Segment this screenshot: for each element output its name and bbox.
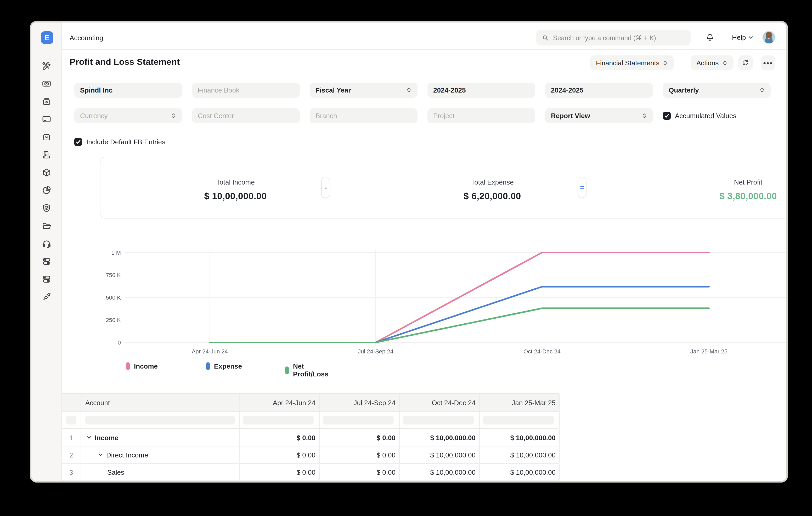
package-icon[interactable] (41, 167, 52, 178)
caret-updown-icon (406, 87, 412, 93)
account-header[interactable]: Account (81, 394, 240, 412)
currency-placeholder: Currency (80, 112, 108, 120)
q3-header[interactable]: Oct 24-Dec 24 (400, 394, 480, 412)
x-axis-tick: Jul 24-Sep 24 (358, 348, 394, 355)
q1-filter-input[interactable] (243, 416, 314, 425)
toggles-icon[interactable] (41, 256, 52, 267)
cell-value: $ 0.00 (320, 447, 400, 463)
actions-dropdown[interactable]: Actions (691, 55, 733, 70)
start-year-filter[interactable]: 2024-2025 (428, 83, 535, 98)
user-avatar[interactable] (762, 31, 775, 44)
start-year-value: 2024-2025 (433, 86, 466, 94)
periodicity-value: Quarterly (669, 86, 699, 94)
legend-expense: Expense (206, 362, 242, 370)
branch-placeholder: Branch (316, 112, 337, 120)
y-axis-tick: 750 K (100, 272, 121, 278)
shield-check-icon[interactable] (41, 203, 52, 213)
caret-updown-icon (759, 87, 765, 93)
main-content: Accounting Search or type a command (⌘ +… (62, 23, 786, 481)
cell-value: $ 10,00,000.00 (480, 464, 560, 481)
period-basis-select[interactable]: Fiscal Year (310, 83, 417, 98)
y-axis-tick: 500 K (100, 294, 121, 301)
q4-header[interactable]: Jan 25-Mar 25 (480, 394, 560, 412)
q2-filter-input[interactable] (323, 416, 394, 425)
checkbox-checked-icon (74, 138, 82, 146)
currency-select[interactable]: Currency (74, 108, 182, 123)
end-year-value: 2024-2025 (551, 86, 583, 94)
cell-value: $ 10,00,000.00 (400, 447, 480, 463)
building-icon[interactable] (41, 150, 52, 160)
notifications-bell-icon[interactable] (705, 33, 715, 42)
periodicity-select[interactable]: Quarterly (663, 83, 771, 98)
summary-net-profit-value: $ 3,80,000.00 (670, 191, 788, 202)
toggles-icon[interactable] (41, 274, 52, 284)
q3-filter-input[interactable] (403, 416, 474, 425)
report-table: Account Apr 24-Jun 24 Jul 24-Sep 24 Oct … (62, 393, 559, 481)
chevron-down-icon (748, 35, 753, 40)
report-view-select[interactable]: Report View (545, 108, 653, 123)
y-axis-tick: 1 M (100, 249, 121, 256)
expense-legend-marker (206, 362, 210, 370)
help-menu[interactable]: Help (732, 33, 753, 41)
collapse-chevron-icon[interactable] (86, 435, 92, 440)
actions-label: Actions (696, 59, 719, 67)
breadcrumb-module[interactable]: Accounting (69, 34, 103, 42)
company-value: Spindl Inc (80, 86, 113, 94)
account-name[interactable]: Direct Income (106, 451, 148, 459)
account-filter-input[interactable] (85, 416, 235, 425)
ellipsis-icon: ••• (763, 58, 773, 67)
q2-header[interactable]: Jul 24-Sep 24 (320, 394, 400, 412)
report-group-dropdown[interactable]: Financial Statements (590, 55, 674, 70)
table-row-sales[interactable]: 3 Sales $ 0.00 $ 0.00 $ 10,00,000.00 $ 1… (62, 464, 559, 481)
company-filter[interactable]: Spindl Inc (74, 83, 182, 98)
cost-center-filter[interactable]: Cost Center (192, 108, 300, 123)
banknote-icon[interactable] (41, 79, 52, 89)
row-number-header (62, 394, 81, 412)
caret-updown-icon (663, 60, 668, 66)
plug-icon[interactable] (41, 292, 52, 302)
cell-value: $ 10,00,000.00 (400, 429, 480, 446)
app-window: E Accounting (30, 21, 788, 483)
page-title: Profit and Loss Statement (69, 57, 180, 67)
end-year-filter[interactable]: 2024-2025 (545, 83, 653, 98)
branch-filter[interactable]: Branch (310, 108, 417, 123)
net-profit-label: Net Profit (670, 178, 788, 186)
global-search-input[interactable]: Search or type a command (⌘ + K) (536, 30, 691, 45)
minus-operator: - (321, 177, 330, 198)
more-options-button[interactable]: ••• (761, 55, 775, 70)
collapse-chevron-icon[interactable] (98, 452, 103, 457)
refresh-button[interactable] (738, 55, 753, 70)
q1-header[interactable]: Apr 24-Jun 24 (240, 394, 320, 412)
accumulated-values-checkbox[interactable]: Accumulated Values (663, 112, 736, 120)
finance-book-filter[interactable]: Finance Book (192, 83, 300, 98)
credit-card-icon[interactable] (41, 114, 52, 124)
total-income-summary: Total Income $ 10,00,000.00 (157, 157, 314, 202)
cell-value: $ 0.00 (320, 429, 400, 446)
folder-icon[interactable] (41, 221, 52, 231)
pie-chart-icon[interactable] (41, 185, 52, 195)
shopping-bag-icon[interactable] (41, 132, 52, 142)
report-group-label: Financial Statements (596, 59, 660, 67)
account-name[interactable]: Income (95, 434, 118, 442)
refresh-icon (742, 59, 749, 66)
tools-icon[interactable] (41, 61, 52, 71)
project-filter[interactable]: Project (428, 108, 535, 123)
headset-icon[interactable] (41, 238, 52, 249)
table-row-direct-income[interactable]: 2 Direct Income $ 0.00 $ 0.00 $ 10,00,00… (62, 447, 559, 464)
row-number-filter-input[interactable] (66, 416, 77, 425)
finance-book-placeholder: Finance Book (198, 86, 239, 94)
cell-value: $ 0.00 (240, 464, 320, 481)
cash-register-icon[interactable] (41, 96, 52, 107)
include-default-fb-checkbox[interactable]: Include Default FB Entries (74, 138, 165, 146)
accumulated-values-label: Accumulated Values (675, 112, 736, 120)
q4-filter-input[interactable] (483, 416, 554, 425)
total-expense-value: $ 6,20,000.00 (414, 191, 571, 202)
pnl-line-chart: 1 M 750 K 500 K 250 K 0 Apr 24-Jun 24 Ju… (100, 246, 788, 371)
cell-value: $ 0.00 (320, 464, 400, 481)
cell-value: $ 0.00 (240, 447, 320, 463)
net-profit-legend-marker (285, 366, 289, 374)
app-logo[interactable]: E (41, 31, 53, 44)
cell-value: $ 0.00 (240, 429, 320, 446)
account-name[interactable]: Sales (107, 468, 124, 476)
table-row-income[interactable]: 1 Income $ 0.00 $ 0.00 $ 10,00,000.00 $ … (62, 429, 559, 447)
